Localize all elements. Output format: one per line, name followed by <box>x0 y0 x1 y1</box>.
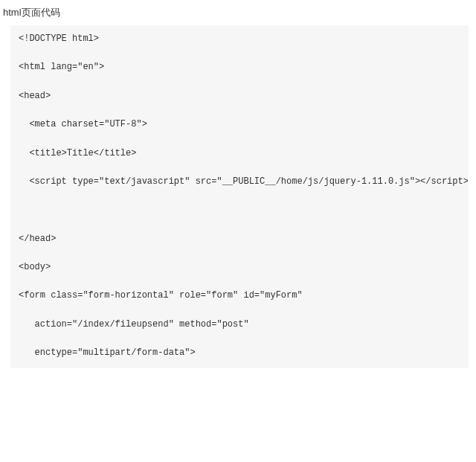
code-line: <form class="form-horizontal" role="form… <box>19 289 460 303</box>
code-line <box>19 246 460 260</box>
code-line <box>19 275 460 289</box>
code-line <box>19 132 460 146</box>
code-line <box>19 75 460 89</box>
code-line <box>19 203 460 217</box>
code-line <box>19 304 460 318</box>
code-line: <title>Title</title> <box>19 147 460 161</box>
code-line: <body> <box>19 260 460 275</box>
code-line <box>19 189 460 203</box>
code-line: </head> <box>19 232 460 246</box>
code-line: action="/index/fileupsend" method="post" <box>19 318 460 332</box>
code-line: <meta charset="UTF-8"> <box>19 118 460 132</box>
code-line <box>19 217 460 231</box>
code-line <box>19 161 460 175</box>
section-heading: html页面代码 <box>0 0 476 25</box>
code-line: <html lang="en"> <box>19 60 460 74</box>
code-block: <!DOCTYPE html> <html lang="en"> <head> … <box>10 25 469 368</box>
code-line <box>19 332 460 346</box>
code-line: enctype="multipart/form-data"> <box>19 346 460 360</box>
code-line: <head> <box>19 89 460 103</box>
code-line <box>19 103 460 118</box>
code-line <box>19 46 460 60</box>
code-line: <!DOCTYPE html> <box>19 32 460 46</box>
code-line: <script type="text/javascript" src="__PU… <box>19 175 460 189</box>
